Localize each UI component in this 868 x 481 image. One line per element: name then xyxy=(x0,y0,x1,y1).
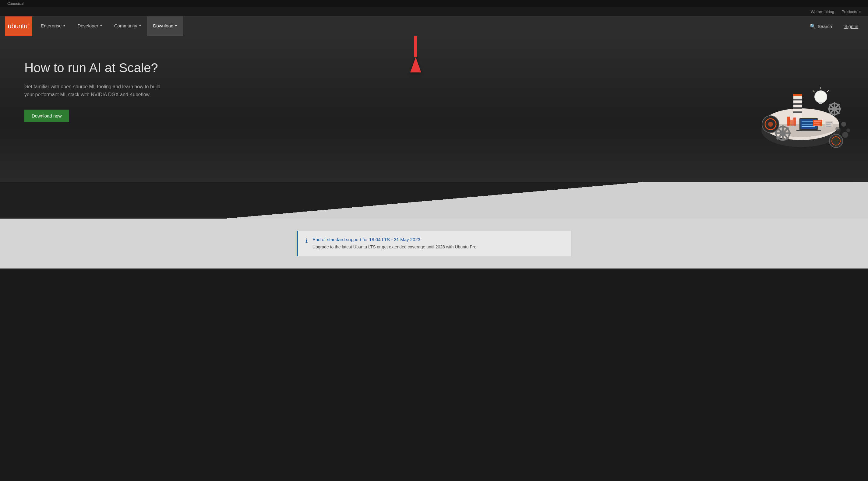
svg-rect-5 xyxy=(793,103,802,105)
svg-line-12 xyxy=(813,90,815,92)
developer-chevron-icon: ▾ xyxy=(100,24,102,28)
logo-sup: ® xyxy=(27,23,30,27)
arrow-indicator xyxy=(410,36,421,72)
notice-link[interactable]: End of standard support for 18.04 LTS - … xyxy=(312,237,476,242)
svg-rect-42 xyxy=(787,117,790,126)
nav-items: Enterprise ▾ Developer ▾ Community ▾ Dow… xyxy=(35,17,805,36)
svg-rect-35 xyxy=(814,121,822,122)
hero-illustration xyxy=(740,63,850,155)
notice-box: ℹ End of standard support for 18.04 LTS … xyxy=(297,231,571,256)
we-are-hiring-link[interactable]: We are hiring xyxy=(811,9,834,14)
search-button[interactable]: 🔍 Search xyxy=(805,17,837,36)
hero-section: How to run AI at Scale? Get familiar wit… xyxy=(0,36,868,182)
nav-item-download[interactable]: Download ▾ xyxy=(147,17,183,36)
svg-rect-43 xyxy=(790,120,793,126)
top-bar: We are hiring Products ▾ xyxy=(0,7,868,17)
svg-point-48 xyxy=(835,127,840,131)
svg-rect-41 xyxy=(826,126,832,127)
hero-description: Get familiar with open-source ML tooling… xyxy=(24,83,170,98)
nav-right: 🔍 Search Sign in xyxy=(805,17,863,36)
svg-rect-9 xyxy=(819,102,822,104)
nav-item-developer[interactable]: Developer ▾ xyxy=(71,17,108,36)
community-chevron-icon: ▾ xyxy=(139,24,141,28)
svg-point-46 xyxy=(846,128,850,132)
logo-text: ubuntu® xyxy=(8,22,29,30)
ubuntu-logo[interactable]: ubuntu® xyxy=(5,17,32,36)
svg-point-45 xyxy=(841,122,846,127)
light-section: ℹ End of standard support for 18.04 LTS … xyxy=(0,219,868,268)
products-link[interactable]: Products ▾ xyxy=(841,9,861,14)
svg-rect-3 xyxy=(793,94,802,96)
info-icon: ℹ xyxy=(306,237,308,244)
svg-point-27 xyxy=(768,122,773,127)
svg-rect-4 xyxy=(793,99,802,100)
canonical-label: Canonical xyxy=(7,2,24,6)
arrow-stem xyxy=(414,36,417,57)
enterprise-chevron-icon: ▾ xyxy=(63,24,65,28)
nav-item-enterprise[interactable]: Enterprise ▾ xyxy=(35,17,71,36)
svg-rect-7 xyxy=(793,111,802,113)
svg-rect-44 xyxy=(794,118,796,126)
svg-rect-36 xyxy=(814,123,819,124)
hero-title: How to run AI at Scale? xyxy=(24,60,170,75)
arrow-head xyxy=(410,57,421,72)
search-icon: 🔍 xyxy=(810,24,816,29)
nav-item-community[interactable]: Community ▾ xyxy=(108,17,147,36)
svg-rect-40 xyxy=(826,124,831,125)
svg-rect-37 xyxy=(814,125,820,126)
download-chevron-icon: ▾ xyxy=(175,24,177,28)
section-divider xyxy=(0,182,868,219)
products-chevron-icon: ▾ xyxy=(859,10,861,14)
navbar: ubuntu® Enterprise ▾ Developer ▾ Communi… xyxy=(0,17,868,36)
sign-in-button[interactable]: Sign in xyxy=(839,17,863,36)
canonical-bar: Canonical xyxy=(0,0,868,7)
svg-rect-6 xyxy=(793,107,802,109)
svg-point-8 xyxy=(815,91,827,103)
svg-line-11 xyxy=(827,90,829,92)
notice-body: Upgrade to the latest Ubuntu LTS or get … xyxy=(312,244,476,250)
svg-rect-30 xyxy=(797,130,821,131)
download-now-button[interactable]: Download now xyxy=(24,109,69,122)
svg-point-47 xyxy=(842,132,848,138)
top-bar-links: We are hiring Products ▾ xyxy=(811,9,861,14)
hero-content: How to run AI at Scale? Get familiar wit… xyxy=(24,60,170,122)
svg-rect-39 xyxy=(826,122,832,123)
notice-content: End of standard support for 18.04 LTS - … xyxy=(312,237,476,250)
